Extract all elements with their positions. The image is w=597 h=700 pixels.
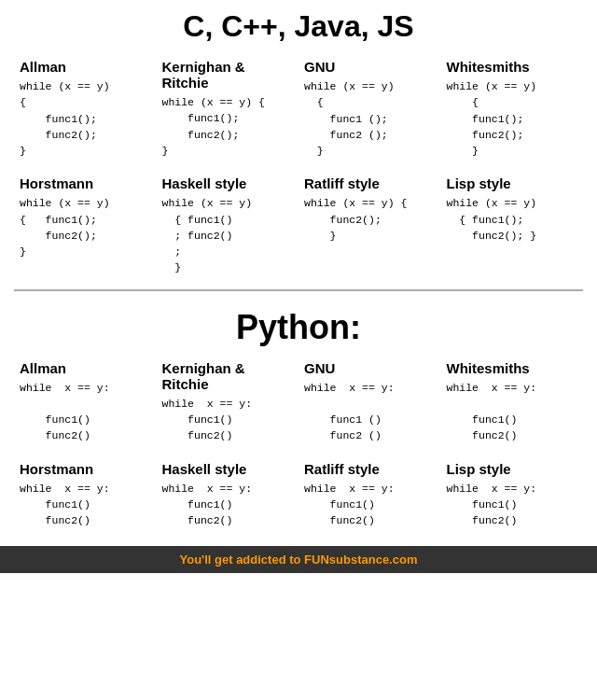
c-horstmann-code: while (x == y) { func1(); func2(); }: [20, 195, 151, 259]
c-kr-code: while (x == y) { func1(); func2(); }: [162, 94, 294, 159]
c-grid-row1: Allman while (x == y) { func1(); func2()…: [14, 55, 583, 162]
c-horstmann-label: Horstmann: [20, 175, 151, 191]
py-horstmann: Horstmann while x == y: func1() func2(): [14, 457, 157, 533]
py-grid-row1: Allman while x == y: func1() func2() Ker…: [14, 357, 583, 448]
c-whitesmiths-code: while (x == y) { func1(); func2(); }: [447, 78, 578, 159]
c-ratliff: Ratliff style while (x == y) { func2(); …: [298, 172, 441, 279]
py-gnu-code: while x == y: func1 () func2 (): [304, 380, 436, 444]
c-lisp-code: while (x == y) { func1(); func2(); }: [447, 195, 578, 244]
c-gnu-label: GNU: [304, 59, 436, 75]
py-ratliff-code: while x == y: func1() func2(): [304, 481, 436, 529]
py-grid-row2: Horstmann while x == y: func1() func2() …: [14, 457, 583, 533]
py-ratliff: Ratliff style while x == y: func1() func…: [298, 457, 441, 533]
py-lisp-code: while x == y: func1() func2(): [447, 481, 578, 529]
c-whitesmiths-label: Whitesmiths: [447, 59, 578, 75]
page-title: C, C++, Java, JS: [14, 9, 583, 44]
main-container: C, C++, Java, JS Allman while (x == y) {…: [0, 0, 597, 546]
py-lisp: Lisp style while x == y: func1() func2(): [441, 457, 584, 533]
py-haskell-code: while x == y: func1() func2(): [162, 481, 294, 529]
c-gnu-code: while (x == y) { func1 (); func2 (); }: [304, 78, 436, 159]
c-allman-code: while (x == y) { func1(); func2(); }: [20, 78, 151, 159]
c-horstmann: Horstmann while (x == y) { func1(); func…: [14, 172, 157, 279]
c-gnu: GNU while (x == y) { func1 (); func2 ();…: [298, 55, 441, 162]
py-gnu-label: GNU: [304, 360, 436, 376]
c-haskell-label: Haskell style: [162, 175, 294, 191]
py-whitesmiths-code: while x == y: func1() func2(): [447, 380, 578, 444]
py-kr-code: while x == y: func1() func2(): [162, 396, 294, 444]
py-allman-label: Allman: [20, 360, 151, 376]
c-ratliff-label: Ratliff style: [304, 175, 436, 191]
c-haskell-code: while (x == y) { func1() ; func2() ; }: [162, 195, 294, 275]
c-lisp-label: Lisp style: [447, 175, 578, 191]
py-horstmann-code: while x == y: func1() func2(): [20, 481, 151, 529]
py-kr: Kernighan & Ritchie while x == y: func1(…: [157, 357, 299, 448]
py-allman-code: while x == y: func1() func2(): [20, 380, 151, 444]
c-kr-label: Kernighan & Ritchie: [162, 59, 294, 91]
py-horstmann-label: Horstmann: [20, 461, 151, 477]
c-whitesmiths: Whitesmiths while (x == y) { func1(); fu…: [441, 55, 584, 162]
footer-brand: FUNsubstance.com: [304, 553, 417, 567]
py-gnu: GNU while x == y: func1 () func2 (): [298, 357, 441, 448]
c-lisp: Lisp style while (x == y) { func1(); fun…: [441, 172, 584, 279]
py-whitesmiths: Whitesmiths while x == y: func1() func2(…: [441, 357, 584, 448]
c-ratliff-code: while (x == y) { func2(); }: [304, 195, 436, 244]
py-haskell-label: Haskell style: [162, 461, 294, 477]
py-lisp-label: Lisp style: [447, 461, 578, 477]
py-ratliff-label: Ratliff style: [304, 461, 436, 477]
c-haskell: Haskell style while (x == y) { func1() ;…: [157, 172, 299, 279]
footer: You'll get addicted to FUNsubstance.com: [0, 546, 597, 573]
c-grid-row2: Horstmann while (x == y) { func1(); func…: [14, 172, 583, 279]
py-haskell: Haskell style while x == y: func1() func…: [157, 457, 299, 533]
py-whitesmiths-label: Whitesmiths: [447, 360, 578, 376]
c-kr: Kernighan & Ritchie while (x == y) { fun…: [157, 55, 299, 162]
py-allman: Allman while x == y: func1() func2(): [14, 357, 157, 448]
c-allman-label: Allman: [20, 59, 151, 75]
footer-text: You'll get addicted to: [180, 553, 305, 567]
py-kr-label: Kernighan & Ritchie: [162, 360, 294, 392]
section-divider: [14, 289, 583, 291]
c-allman: Allman while (x == y) { func1(); func2()…: [14, 55, 157, 162]
python-title: Python:: [14, 308, 583, 347]
